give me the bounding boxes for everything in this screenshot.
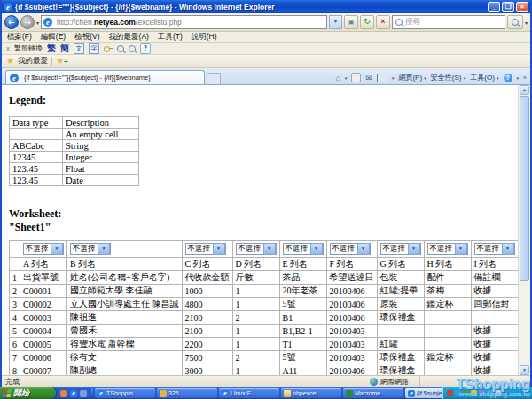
column-filter-select-H[interactable]: 不選擇▼ (427, 243, 468, 255)
select-dropdown-icon[interactable]: ▼ (455, 243, 467, 255)
scrollbar-thumb[interactable] (520, 96, 529, 281)
select-dropdown-icon[interactable]: ▼ (98, 243, 110, 255)
taskbar-windows: eTShoppin...326.eLinux F...phpexcel...Ma… (93, 387, 442, 399)
tray-icon-6[interactable] (495, 390, 501, 396)
history-dropdown-icon[interactable]: ▾ (36, 20, 39, 26)
forward-button[interactable]: → (20, 15, 35, 29)
select-value: 不選擇 (284, 244, 310, 254)
taskbar-window-button-2[interactable]: eLinux F... (219, 388, 279, 398)
table-cell: 陳副總 (67, 364, 183, 376)
search-input[interactable]: 搜尋 (392, 15, 505, 29)
taskbar-window-button-1[interactable]: 326. (157, 388, 217, 398)
close-button[interactable]: × (516, 2, 528, 12)
internet-explorer-icon: e (98, 390, 105, 397)
select-cell: 不選擇▼ (67, 241, 183, 258)
column-filter-select-B[interactable]: 不選擇▼ (70, 243, 111, 255)
menu-item-3[interactable]: 我的最愛(A) (109, 32, 149, 43)
tray-icon-0[interactable] (447, 390, 453, 396)
taskbar-window-button-5[interactable]: e{if $subje... (405, 388, 442, 398)
address-dropdown-button[interactable]: ▼ (329, 15, 342, 29)
column-filter-select-F[interactable]: 不選擇▼ (330, 243, 371, 255)
feeds-icon[interactable] (351, 73, 361, 82)
media-app-icon[interactable] (60, 390, 67, 397)
legend-cell: 123.45 (10, 175, 63, 186)
address-input[interactable]: e http://chen.netyea.com/excelisto.php (41, 15, 327, 29)
print-dropdown-icon[interactable]: ▾ (392, 75, 395, 81)
search-go-button[interactable] (507, 15, 523, 29)
tools-menu-button[interactable]: 工具(O) ▾ (470, 73, 498, 82)
table-cell: 徐有文 (67, 351, 183, 364)
table-cell: B1 (279, 311, 326, 325)
table-cell: 5號 (279, 298, 326, 311)
table-cell: 備註欄 (471, 271, 518, 285)
internet-explorer-icon[interactable]: e (70, 390, 77, 397)
column-filter-select-I[interactable]: 不選擇▼ (474, 243, 515, 255)
menu-item-5[interactable]: 說明(H) (192, 32, 217, 43)
tray-icon-1[interactable] (455, 390, 461, 396)
conversion-toolbar: x 繁簡轉換 繁 簡 文 字 ? (2, 43, 530, 55)
tray-icon-5[interactable] (487, 390, 493, 396)
select-dropdown-icon[interactable]: ▼ (263, 243, 276, 255)
select-value: 不選擇 (186, 244, 213, 254)
column-filter-select-D[interactable]: 不選擇▼ (236, 243, 277, 255)
vertical-scrollbar[interactable]: ▲ ▼ (518, 85, 530, 375)
new-tab-button[interactable] (207, 73, 221, 84)
toolbar-close-icon[interactable]: x (6, 44, 10, 52)
scroll-down-icon[interactable]: ▼ (520, 365, 529, 375)
zoom-in-icon[interactable] (117, 45, 124, 52)
browser-tab[interactable]: e {if $subject!=""}{$subject} - {/if}{$w… (5, 70, 205, 84)
add-favorite-icon[interactable]: ★ (56, 57, 68, 66)
overflow-chevron-icon[interactable]: » (523, 74, 527, 81)
minimize-button[interactable]: _ (488, 2, 500, 12)
simplified-chinese-button[interactable]: 簡 (60, 43, 69, 55)
column-filter-select-E[interactable]: 不選擇▼ (283, 243, 324, 255)
favorites-star-icon[interactable]: ★ (6, 57, 14, 66)
toolbar-help-icon[interactable]: ? (140, 43, 151, 54)
menu-item-2[interactable]: 檢視(V) (74, 32, 99, 43)
select-dropdown-icon[interactable]: ▼ (502, 243, 514, 255)
convert-page-1-icon[interactable]: 文 (74, 43, 84, 54)
select-dropdown-icon[interactable]: ▼ (51, 243, 63, 255)
search-options-icon[interactable]: ▾ (525, 20, 528, 26)
column-filter-select-G[interactable]: 不選擇▼ (380, 243, 421, 255)
scroll-up-icon[interactable]: ▲ (520, 85, 529, 95)
maximize-button[interactable]: ❐ (502, 2, 514, 12)
menu-item-1[interactable]: 編輯(E) (41, 32, 66, 43)
page-menu-button[interactable]: 網頁(P) ▾ (398, 73, 426, 82)
select-dropdown-icon[interactable]: ▼ (408, 243, 420, 255)
traditional-chinese-button[interactable]: 繁 (47, 43, 56, 55)
favorites-button[interactable]: 我的最愛 (18, 56, 48, 66)
select-dropdown-icon[interactable]: ▼ (357, 243, 370, 255)
title-bar[interactable]: e {if $subject!=""}{$subject} - {/if}{$w… (2, 0, 530, 13)
zoom-out-icon[interactable] (129, 45, 136, 52)
stop-button[interactable]: × (376, 15, 390, 29)
home-icon[interactable]: ⌂ (335, 74, 340, 82)
home-dropdown-icon[interactable]: ▾ (345, 75, 348, 81)
refresh-button[interactable]: ↻ (360, 15, 374, 29)
print-icon[interactable] (377, 74, 387, 82)
compatibility-view-button[interactable]: ▣ (344, 15, 358, 29)
key-icon[interactable] (104, 44, 113, 53)
tray-icon-4[interactable] (479, 390, 485, 396)
worksheet-table-body: 不選擇▼不選擇▼不選擇▼不選擇▼不選擇▼不選擇▼不選擇▼不選擇▼不選擇▼A 列名… (10, 241, 519, 376)
tray-icon-2[interactable] (463, 390, 469, 396)
help-icon[interactable]: ? (504, 74, 512, 82)
back-button[interactable]: ← (4, 15, 19, 29)
help-dropdown-icon[interactable]: ▾ (517, 75, 520, 81)
safety-menu-button[interactable]: 安全性(S) ▾ (431, 73, 466, 82)
start-button[interactable]: 開始 (0, 387, 56, 399)
menu-item-4[interactable]: 工具(T) (158, 32, 183, 43)
convert-page-2-icon[interactable]: 字 (89, 43, 99, 54)
select-dropdown-icon[interactable]: ▼ (310, 243, 323, 255)
taskbar-window-button-4[interactable]: Macrome... (343, 388, 403, 398)
table-cell: 2200 (182, 338, 232, 351)
column-filter-select-C[interactable]: 不選擇▼ (185, 243, 226, 255)
mail-app-icon[interactable] (80, 390, 87, 397)
select-dropdown-icon[interactable]: ▼ (213, 243, 225, 255)
taskbar-window-button-0[interactable]: eTShoppin... (95, 388, 155, 398)
column-filter-select-A[interactable]: 不選擇▼ (23, 243, 64, 255)
taskbar-window-button-3[interactable]: phpexcel... (281, 388, 341, 398)
menu-item-0[interactable]: 檔案(F) (7, 32, 32, 43)
read-mail-icon[interactable]: ✉ (365, 74, 372, 82)
tray-icon-3[interactable] (471, 390, 477, 396)
